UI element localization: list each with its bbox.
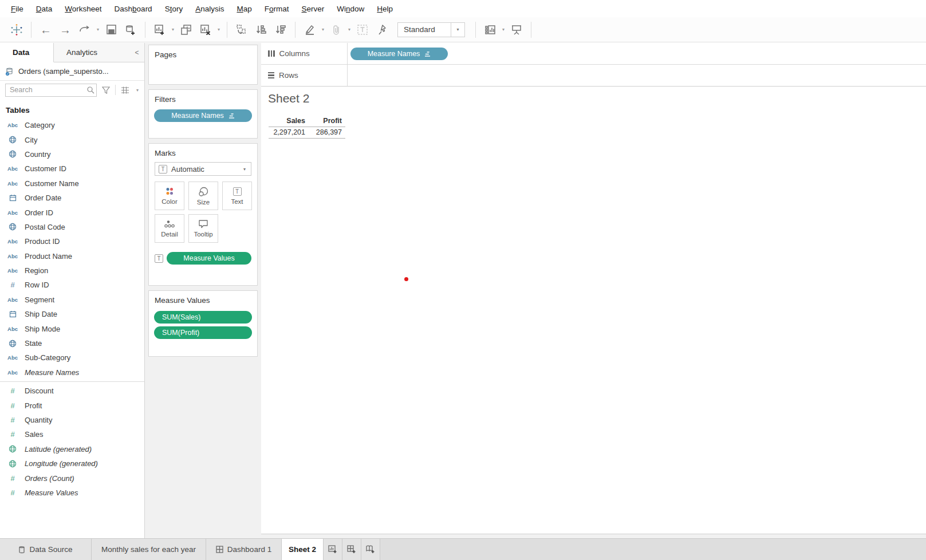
menu-data[interactable]: Data <box>30 5 59 13</box>
col-header-sales[interactable]: Sales <box>269 116 309 127</box>
group-members-caret[interactable]: ▾ <box>346 27 353 32</box>
detail-button[interactable]: Detail <box>155 214 184 243</box>
view-options-icon[interactable] <box>119 84 131 96</box>
show-mark-labels-icon[interactable] <box>480 21 500 38</box>
filter-fields-icon[interactable] <box>100 84 112 96</box>
swap-rows-columns-icon[interactable] <box>232 21 251 38</box>
fix-axes-icon[interactable] <box>372 21 392 38</box>
field-row-order-id[interactable]: AbcOrder ID <box>0 205 144 219</box>
mark-type-caret[interactable]: ▾ <box>238 167 251 172</box>
field-row-sub-category[interactable]: AbcSub-Category <box>0 350 144 365</box>
tab-data[interactable]: Data <box>0 43 54 62</box>
tooltip-button[interactable]: Tooltip <box>188 214 218 243</box>
rows-shelf-body[interactable] <box>348 65 926 86</box>
clear-sheet-icon[interactable] <box>196 21 215 38</box>
text-button[interactable]: T Text <box>222 182 252 210</box>
marks-pill-measure-values[interactable]: Measure Values <box>167 252 251 265</box>
text-label-icon[interactable] <box>353 21 372 38</box>
filter-pill-measure-names[interactable]: Measure Names <box>154 109 252 122</box>
back-icon[interactable]: ← <box>36 21 56 38</box>
field-row-city[interactable]: City <box>0 132 144 147</box>
field-row-segment[interactable]: AbcSegment <box>0 293 144 307</box>
field-row-row-id[interactable]: #Row ID <box>0 278 144 292</box>
new-worksheet-icon[interactable] <box>150 21 170 38</box>
highlight-icon[interactable] <box>300 21 320 38</box>
field-row-postal-code[interactable]: Postal Code <box>0 220 144 234</box>
menu-window[interactable]: Window <box>330 5 371 13</box>
view-options-caret[interactable]: ▾ <box>134 88 141 93</box>
columns-shelf[interactable]: Columns Measure Names <box>261 43 926 65</box>
size-button[interactable]: Size <box>188 182 218 210</box>
menu-file[interactable]: File <box>5 5 30 13</box>
tab-dashboard-1[interactable]: Dashboard 1 <box>206 539 282 560</box>
sheet-canvas[interactable]: Sheet 2 Sales Profit 2,297,201 286,397 <box>261 87 926 534</box>
field-row-measure-names[interactable]: AbcMeasure Names <box>0 365 144 380</box>
tableau-logo-icon[interactable] <box>7 21 26 38</box>
field-row-state[interactable]: State <box>0 336 144 350</box>
field-row-measure-values[interactable]: #Measure Values <box>0 486 144 500</box>
highlight-caret[interactable]: ▾ <box>320 27 326 32</box>
new-dashboard-button[interactable] <box>342 539 361 560</box>
color-button[interactable]: Color <box>155 182 184 210</box>
new-datasource-icon[interactable] <box>121 21 140 38</box>
fit-mode-caret[interactable]: ▾ <box>451 23 464 37</box>
menu-help[interactable]: Help <box>371 5 399 13</box>
tab-data-source[interactable]: Data Source <box>0 539 92 560</box>
tab-monthly-sales[interactable]: Monthly sales for each year <box>92 539 206 560</box>
field-row-quantity[interactable]: #Quantity <box>0 413 144 427</box>
duplicate-sheet-icon[interactable] <box>176 21 196 38</box>
field-row-customer-name[interactable]: AbcCustomer Name <box>0 176 144 191</box>
menu-map[interactable]: Map <box>230 5 258 13</box>
columns-shelf-body[interactable]: Measure Names <box>348 43 926 64</box>
field-row-orders-count[interactable]: #Orders (Count) <box>0 471 144 485</box>
mark-type-select[interactable]: T Automatic ▾ <box>155 162 251 176</box>
cell-profit-value[interactable]: 286,397 <box>309 127 345 139</box>
sort-descending-icon[interactable] <box>271 21 290 38</box>
field-row-product-name[interactable]: AbcProduct Name <box>0 249 144 263</box>
field-row-profit[interactable]: #Profit <box>0 398 144 412</box>
field-row-product-id[interactable]: AbcProduct ID <box>0 234 144 249</box>
show-mark-labels-caret[interactable]: ▾ <box>500 27 507 32</box>
sort-ascending-icon[interactable] <box>251 21 271 38</box>
field-row-latitude-generated[interactable]: Latitude (generated) <box>0 442 144 456</box>
field-row-longitude-generated[interactable]: Longitude (generated) <box>0 456 144 471</box>
group-members-icon[interactable] <box>326 21 346 38</box>
cell-sales-value[interactable]: 2,297,201 <box>269 127 309 139</box>
menu-worksheet[interactable]: Worksheet <box>58 5 108 13</box>
rows-shelf[interactable]: Rows <box>261 65 926 86</box>
collapse-pane-icon[interactable]: < <box>129 43 144 62</box>
clear-sheet-caret[interactable]: ▾ <box>215 27 222 32</box>
tab-sheet-2[interactable]: Sheet 2 <box>282 539 324 560</box>
menu-format[interactable]: Format <box>258 5 295 13</box>
pages-shelf[interactable]: Pages <box>148 45 258 85</box>
field-row-country[interactable]: Country <box>0 147 144 161</box>
field-row-customer-id[interactable]: AbcCustomer ID <box>0 161 144 176</box>
forward-icon[interactable]: → <box>56 21 75 38</box>
undo-redo-caret[interactable]: ▾ <box>94 27 101 32</box>
field-row-sales[interactable]: #Sales <box>0 427 144 441</box>
col-header-profit[interactable]: Profit <box>309 116 345 127</box>
field-row-category[interactable]: AbcCategory <box>0 118 144 132</box>
filters-shelf[interactable]: Filters Measure Names <box>148 89 258 139</box>
field-row-ship-mode[interactable]: AbcShip Mode <box>0 321 144 336</box>
search-input[interactable] <box>5 84 97 97</box>
pill-sum-profit[interactable]: SUM(Profit) <box>154 326 252 339</box>
field-row-discount[interactable]: #Discount <box>0 384 144 398</box>
new-worksheet-button[interactable] <box>324 539 342 560</box>
undo-redo-icon[interactable] <box>75 21 94 38</box>
field-row-ship-date[interactable]: Ship Date <box>0 307 144 321</box>
new-worksheet-caret[interactable]: ▾ <box>170 27 176 32</box>
field-row-order-date[interactable]: Order Date <box>0 191 144 205</box>
pill-sum-sales[interactable]: SUM(Sales) <box>154 311 252 324</box>
fit-mode-select[interactable]: Standard ▾ <box>397 22 465 37</box>
menu-analysis[interactable]: Analysis <box>189 5 230 13</box>
datasource-row[interactable]: Orders (sample_supersto... <box>0 62 144 81</box>
field-row-region[interactable]: AbcRegion <box>0 263 144 278</box>
tab-analytics[interactable]: Analytics <box>54 43 129 62</box>
new-story-button[interactable] <box>361 539 380 560</box>
save-icon[interactable] <box>101 21 121 38</box>
menu-story[interactable]: Story <box>159 5 190 13</box>
presentation-mode-icon[interactable] <box>507 21 526 38</box>
menu-server[interactable]: Server <box>295 5 331 13</box>
columns-pill-measure-names[interactable]: Measure Names <box>350 48 448 60</box>
